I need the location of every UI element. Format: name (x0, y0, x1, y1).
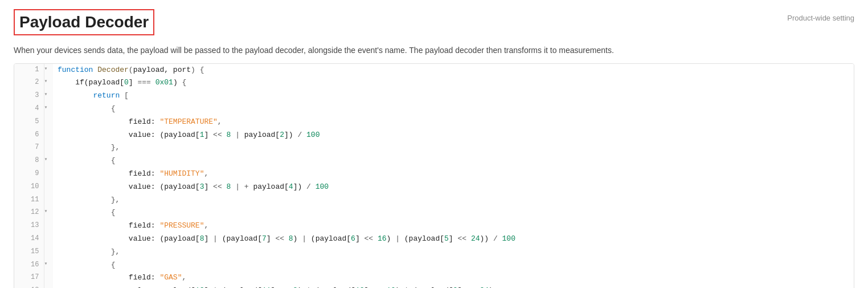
line-content: }, (53, 194, 854, 207)
line-arrow: ▾ (44, 259, 53, 272)
line-number: 12 (14, 206, 44, 220)
line-content: }, (53, 141, 854, 155)
line-arrow (44, 246, 53, 259)
line-number: 4 (14, 103, 44, 116)
line-arrow: ▾ (44, 155, 53, 168)
line-content: return [ (53, 90, 854, 103)
line-arrow: ▾ (44, 64, 53, 77)
line-number: 14 (14, 233, 44, 246)
line-content: { (53, 259, 854, 272)
table-row: 2 ▾ if(payload[0] === 0x01) { (14, 76, 854, 90)
line-content: value: (payload[8] | (payload[7] << 8) |… (53, 233, 854, 246)
table-row: 7 }, (14, 141, 854, 155)
line-arrow: ▾ (44, 103, 53, 116)
line-content: { (53, 155, 854, 168)
line-number: 2 (14, 76, 44, 90)
line-content: { (53, 206, 854, 220)
line-arrow (44, 220, 53, 233)
line-arrow (44, 194, 53, 207)
line-number: 18 (14, 285, 44, 288)
line-number: 5 (14, 116, 44, 129)
table-row: 13 field: "PRESSURE", (14, 220, 854, 233)
line-arrow (44, 168, 53, 181)
line-arrow: ▾ (44, 206, 53, 220)
line-content: function Decoder(payload, port) { (53, 64, 854, 77)
line-number: 16 (14, 259, 44, 272)
line-content: field: "TEMPERATURE", (53, 116, 854, 129)
code-editor[interactable]: 1 ▾ function Decoder(payload, port) { 2 … (14, 63, 854, 288)
line-arrow (44, 233, 53, 246)
code-lines: 1 ▾ function Decoder(payload, port) { 2 … (14, 64, 854, 288)
line-content: }, (53, 246, 854, 259)
table-row: 11 }, (14, 194, 854, 207)
table-row: 15 }, (14, 246, 854, 259)
table-row: 12 ▾ { (14, 206, 854, 220)
line-arrow (44, 116, 53, 129)
table-row: 14 value: (payload[8] | (payload[7] << 8… (14, 233, 854, 246)
product-setting-label: Product-wide setting (787, 14, 854, 22)
table-row: 16 ▾ { (14, 259, 854, 272)
table-row: 17 field: "GAS", (14, 271, 854, 285)
line-number: 15 (14, 246, 44, 259)
line-number: 13 (14, 220, 44, 233)
line-arrow (44, 129, 53, 142)
line-number: 1 (14, 64, 44, 77)
table-row: 3 ▾ return [ (14, 90, 854, 103)
table-row: 4 ▾ { (14, 103, 854, 116)
line-arrow: ▾ (44, 90, 53, 103)
line-arrow (44, 285, 53, 288)
line-arrow (44, 181, 53, 194)
table-row: 9 field: "HUMIDITY", (14, 168, 854, 181)
page-title: Payload Decoder (14, 9, 154, 35)
line-content: value: (payload[1] << 8 | payload[2]) / … (53, 129, 854, 142)
line-number: 17 (14, 271, 44, 285)
table-row: 5 field: "TEMPERATURE", (14, 116, 854, 129)
line-number: 10 (14, 181, 44, 194)
line-content: if(payload[0] === 0x01) { (53, 76, 854, 90)
line-number: 8 (14, 155, 44, 168)
line-content: field: "PRESSURE", (53, 220, 854, 233)
line-content: value: payload[12] | (payload[11] << 8) … (53, 285, 854, 288)
line-arrow (44, 271, 53, 285)
line-number: 6 (14, 129, 44, 142)
table-row: 10 value: (payload[3] << 8 | + payload[4… (14, 181, 854, 194)
line-content: { (53, 103, 854, 116)
table-row: 6 value: (payload[1] << 8 | payload[2]) … (14, 129, 854, 142)
description-text: When your devices sends data, the payloa… (14, 44, 854, 56)
line-arrow (44, 141, 53, 155)
table-row: 1 ▾ function Decoder(payload, port) { (14, 64, 854, 77)
line-content: field: "HUMIDITY", (53, 168, 854, 181)
table-row: 8 ▾ { (14, 155, 854, 168)
header: Payload Decoder Product-wide setting (14, 9, 854, 35)
line-content: field: "GAS", (53, 271, 854, 285)
line-arrow: ▾ (44, 76, 53, 90)
line-number: 3 (14, 90, 44, 103)
line-content: value: (payload[3] << 8 | + payload[4]) … (53, 181, 854, 194)
page: Payload Decoder Product-wide setting Whe… (0, 0, 868, 288)
line-number: 9 (14, 168, 44, 181)
line-number: 7 (14, 141, 44, 155)
table-row: 18 value: payload[12] | (payload[11] << … (14, 285, 854, 288)
line-number: 11 (14, 194, 44, 207)
